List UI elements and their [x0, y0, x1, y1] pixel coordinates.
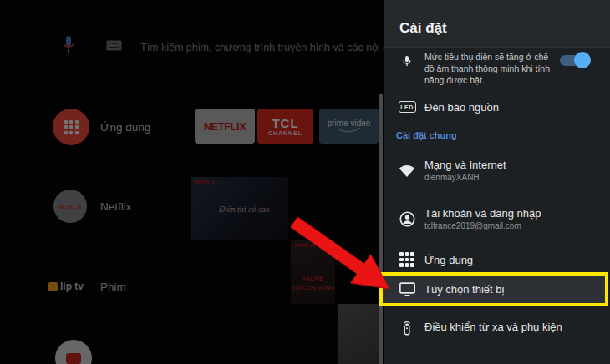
settings-title: Cài đặt	[399, 20, 447, 37]
panel-item-label: Tài khoản và đăng nhập	[424, 207, 541, 220]
panel-item-network[interactable]: Mạng và Internet dienmayXANH	[384, 154, 610, 186]
wifi-icon	[396, 163, 418, 178]
netflix-tile-label: NETFLIX	[204, 120, 247, 133]
panel-item-remote[interactable]: Điều khiển từ xa và phụ kiện	[384, 314, 610, 339]
keyboard-icon[interactable]	[106, 39, 122, 54]
apps-grid-icon	[396, 252, 418, 267]
panel-item-device-preferences[interactable]: Tùy chọn thiết bị	[379, 272, 608, 306]
smart-sound-notice-text: Mức tiêu thụ điện sẽ tăng ở chế độ âm th…	[424, 51, 552, 87]
panel-item-power-led[interactable]: LED Đèn báo nguồn	[384, 95, 610, 119]
apps-grid-icon[interactable]	[53, 109, 89, 145]
youtube-logo-icon[interactable]	[55, 340, 92, 364]
netflix-app-tile[interactable]: NETFLIX	[195, 109, 255, 144]
led-badge-icon: LED	[396, 101, 418, 113]
settings-header: Cài đặt	[384, 0, 610, 48]
section-label: Cài đặt chung	[396, 130, 457, 140]
account-icon	[396, 210, 418, 228]
prime-video-app-tile[interactable]: prime video	[319, 109, 379, 144]
poster-partial[interactable]	[338, 304, 379, 364]
panel-item-sub: dienmayXANH	[424, 173, 506, 182]
poster-alive[interactable]: NETFLIX #ALIVE TÔI CÒN SỐNG	[291, 240, 335, 304]
panel-item-label: Điều khiển từ xa và phụ kiện	[424, 321, 562, 333]
poster-title-line1: #ALIVE	[291, 275, 335, 284]
prime-tile-label: prime video	[328, 119, 371, 128]
netflix-logo-icon[interactable]: NETFLIX	[53, 190, 87, 223]
home-screen-background: Tìm kiếm phim, chương trình truyền hình …	[0, 0, 384, 364]
poster-title: Điên thì có sao	[219, 205, 270, 214]
smart-sound-notice-row[interactable]: Mức tiêu thụ điện sẽ tăng ở chế độ âm th…	[384, 48, 610, 92]
poster-title-line2: TÔI CÒN SỐNG	[291, 284, 335, 293]
home-scrollbar[interactable]	[379, 94, 383, 364]
poster-dien-thi-co-sao[interactable]: NETFLIX Điên thì có sao	[191, 177, 288, 240]
search-input[interactable]: Tìm kiếm phim, chương trình truyền hình …	[140, 42, 384, 53]
tcl-tile-line1: TCL	[272, 116, 298, 130]
section-general-settings: Cài đặt chung	[384, 129, 610, 142]
microphone-icon	[396, 52, 418, 70]
cliptv-logo-square	[48, 282, 58, 291]
display-icon	[396, 281, 418, 297]
cliptv-logo-text: lip tv	[60, 281, 84, 292]
panel-item-label: Tùy chọn thiết bị	[424, 283, 504, 296]
panel-item-apps[interactable]: Ứng dụng	[384, 248, 610, 271]
smart-sound-toggle[interactable]	[560, 52, 591, 68]
netflix-circle-label: NETFLIX	[58, 204, 82, 210]
tcl-tile-line2: CHANNEL	[268, 130, 302, 136]
settings-panel: Cài đặt Mức tiêu thụ điện sẽ tăng ở chế …	[384, 0, 610, 364]
panel-item-accounts[interactable]: Tài khoản và đăng nhập tclfrance2019@gma…	[384, 203, 610, 235]
row-label-apps: Ứng dụng	[100, 121, 150, 134]
tv-screenshot: Tìm kiếm phim, chương trình truyền hình …	[0, 0, 610, 364]
row-label-netflix: Netflix	[100, 200, 132, 213]
netflix-badge: NETFLIX	[194, 179, 215, 185]
prime-smile-icon	[337, 128, 362, 134]
toggle-knob	[574, 52, 591, 68]
youtube-play-badge	[66, 353, 81, 364]
netflix-badge: NETFLIX	[294, 243, 315, 248]
remote-icon	[396, 317, 418, 336]
panel-item-label: Mạng và Internet	[424, 159, 506, 171]
panel-item-label: Đèn báo nguồn	[424, 101, 499, 114]
voice-search-mic-icon[interactable]	[62, 35, 75, 58]
tcl-channel-app-tile[interactable]: TCL CHANNEL	[257, 109, 313, 144]
panel-item-sub: tclfrance2019@gmail.com	[424, 221, 541, 230]
cliptv-logo-icon[interactable]: lip tv	[48, 281, 84, 292]
row-label-phim: Phim	[100, 281, 126, 293]
panel-item-label: Ứng dụng	[424, 254, 473, 266]
